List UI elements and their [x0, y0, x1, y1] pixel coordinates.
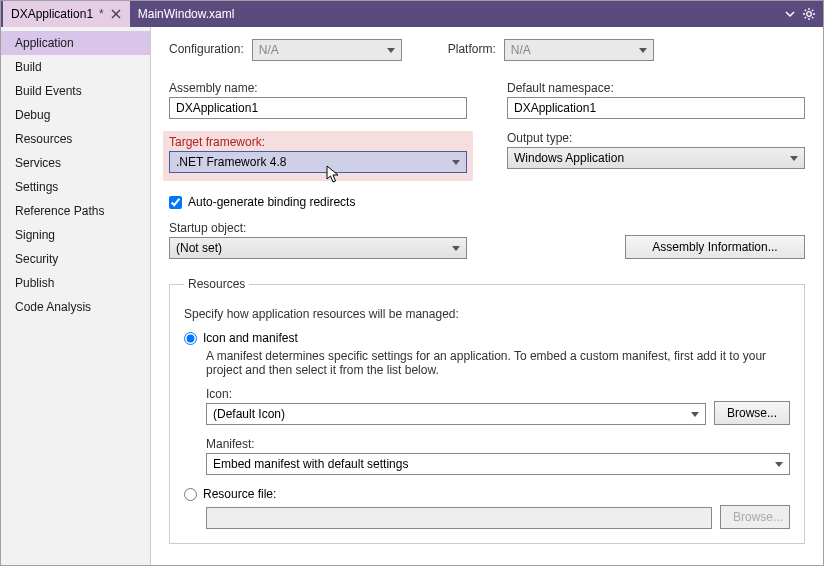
- sidebar-item-security[interactable]: Security: [1, 247, 150, 271]
- tab-mainwindow-xaml[interactable]: MainWindow.xaml: [130, 1, 243, 27]
- manifest-label: Manifest:: [206, 437, 790, 451]
- sidebar-item-build-events[interactable]: Build Events: [1, 79, 150, 103]
- sidebar-item-reference-paths[interactable]: Reference Paths: [1, 199, 150, 223]
- resources-legend: Resources: [184, 277, 249, 291]
- svg-line-9: [805, 17, 806, 18]
- resources-group: Resources Specify how application resour…: [169, 277, 805, 544]
- manifest-combo[interactable]: Embed manifest with default settings: [206, 453, 790, 475]
- chevron-down-icon: [452, 160, 460, 165]
- resource-file-input: [206, 507, 712, 529]
- target-framework-highlight: Target framework: .NET Framework 4.8: [163, 131, 473, 181]
- icon-manifest-radio[interactable]: [184, 332, 197, 345]
- chevron-down-icon: [775, 462, 783, 467]
- chevron-down-icon: [790, 156, 798, 161]
- combo-value: Windows Application: [514, 151, 624, 165]
- browse-resource-button: Browse...: [720, 505, 790, 529]
- svg-point-2: [807, 12, 812, 17]
- gear-icon[interactable]: [803, 8, 815, 20]
- sidebar-item-settings[interactable]: Settings: [1, 175, 150, 199]
- platform-combo: N/A: [504, 39, 654, 61]
- combo-value: .NET Framework 4.8: [176, 155, 286, 169]
- tab-label: DXApplication1: [11, 7, 93, 21]
- output-type-combo[interactable]: Windows Application: [507, 147, 805, 169]
- sidebar-item-application[interactable]: Application: [1, 31, 150, 55]
- dropdown-icon[interactable]: [785, 9, 795, 19]
- assembly-name-input[interactable]: [169, 97, 467, 119]
- close-tab-icon[interactable]: [110, 8, 122, 20]
- icon-manifest-radio-row[interactable]: Icon and manifest: [184, 331, 790, 345]
- sidebar-item-services[interactable]: Services: [1, 151, 150, 175]
- platform-label: Platform:: [448, 42, 496, 56]
- assembly-name-label: Assembly name:: [169, 81, 467, 95]
- sidebar-item-code-analysis[interactable]: Code Analysis: [1, 295, 150, 319]
- default-namespace-label: Default namespace:: [507, 81, 805, 95]
- chevron-down-icon: [639, 48, 647, 53]
- configuration-row: Configuration: N/A Platform: N/A: [169, 39, 805, 61]
- output-type-label: Output type:: [507, 131, 805, 145]
- svg-line-7: [805, 10, 806, 11]
- assembly-information-button[interactable]: Assembly Information...: [625, 235, 805, 259]
- browse-icon-button[interactable]: Browse...: [714, 401, 790, 425]
- chevron-down-icon: [387, 48, 395, 53]
- document-tab-bar: DXApplication1 * MainWindow.xaml: [1, 1, 823, 27]
- combo-value: (Not set): [176, 241, 222, 255]
- autogen-binding-row[interactable]: Auto-generate binding redirects: [169, 195, 805, 209]
- dirty-indicator: *: [99, 7, 104, 21]
- combo-value: N/A: [511, 43, 531, 57]
- target-framework-label: Target framework:: [169, 135, 467, 149]
- default-namespace-input[interactable]: [507, 97, 805, 119]
- combo-value: Embed manifest with default settings: [213, 457, 408, 471]
- configuration-label: Configuration:: [169, 42, 244, 56]
- manifest-subdesc: A manifest determines specific settings …: [206, 349, 790, 377]
- autogen-binding-label: Auto-generate binding redirects: [188, 195, 355, 209]
- tab-dxapplication1[interactable]: DXApplication1 *: [3, 1, 130, 27]
- tab-label: MainWindow.xaml: [138, 7, 235, 21]
- icon-combo[interactable]: (Default Icon): [206, 403, 706, 425]
- startup-object-label: Startup object:: [169, 221, 467, 235]
- configuration-combo: N/A: [252, 39, 402, 61]
- project-properties-window: DXApplication1 * MainWindow.xaml Applica…: [0, 0, 824, 566]
- svg-line-10: [812, 10, 813, 11]
- icon-label: Icon:: [206, 387, 706, 401]
- chevron-down-icon: [691, 412, 699, 417]
- tab-tools: [777, 1, 823, 27]
- startup-object-combo[interactable]: (Not set): [169, 237, 467, 259]
- sidebar-item-debug[interactable]: Debug: [1, 103, 150, 127]
- icon-manifest-label: Icon and manifest: [203, 331, 298, 345]
- resource-file-radio-row[interactable]: Resource file:: [184, 487, 790, 501]
- sidebar-item-resources[interactable]: Resources: [1, 127, 150, 151]
- resource-file-radio[interactable]: [184, 488, 197, 501]
- resource-file-label: Resource file:: [203, 487, 276, 501]
- combo-value: N/A: [259, 43, 279, 57]
- sidebar-item-build[interactable]: Build: [1, 55, 150, 79]
- svg-line-8: [812, 17, 813, 18]
- resources-desc: Specify how application resources will b…: [184, 307, 790, 321]
- application-page-content: Configuration: N/A Platform: N/A Assembl…: [151, 27, 823, 565]
- sidebar-item-signing[interactable]: Signing: [1, 223, 150, 247]
- target-framework-combo[interactable]: .NET Framework 4.8: [169, 151, 467, 173]
- property-page-sidebar: Application Build Build Events Debug Res…: [1, 27, 151, 565]
- chevron-down-icon: [452, 246, 460, 251]
- autogen-binding-checkbox[interactable]: [169, 196, 182, 209]
- sidebar-item-publish[interactable]: Publish: [1, 271, 150, 295]
- combo-value: (Default Icon): [213, 407, 285, 421]
